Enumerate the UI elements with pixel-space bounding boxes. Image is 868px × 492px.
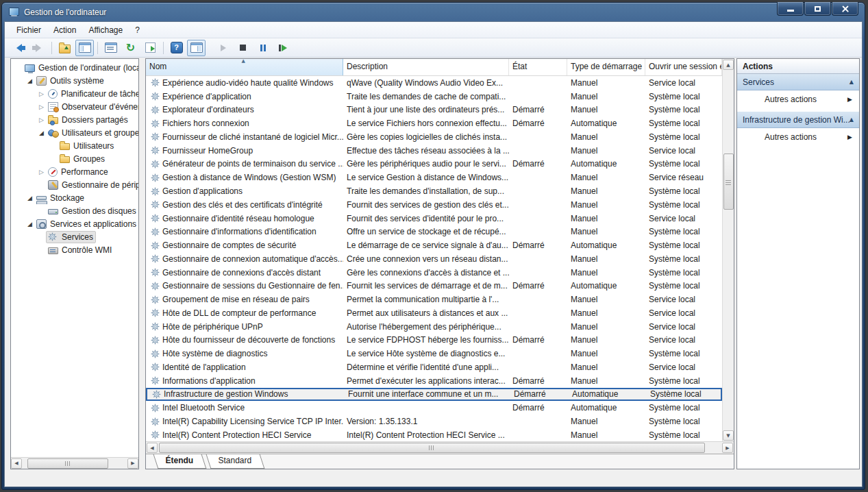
service-row[interactable]: Gestion à distance de Windows (Gestion W… bbox=[146, 171, 722, 184]
service-row[interactable]: Fichiers hors connexionLe service Fichie… bbox=[146, 116, 722, 130]
minimize-button[interactable] bbox=[777, 2, 804, 16]
service-row[interactable]: Groupement de mise en réseau de pairsPer… bbox=[146, 293, 722, 306]
sidebar-item-gestion-des-disques[interactable]: Gestion des disques bbox=[11, 204, 138, 217]
service-row[interactable]: Intel Bluetooth ServiceDémarréAutomatiqu… bbox=[146, 401, 722, 415]
list-horizontal-scrollbar[interactable]: ◀ ▶ bbox=[146, 441, 734, 454]
scroll-right-icon[interactable]: ▶ bbox=[722, 443, 733, 453]
service-description: Tient à jour une liste des ordinateurs p… bbox=[343, 105, 509, 114]
sidebar-item-dossiers-partag-s[interactable]: ▷Dossiers partagés bbox=[11, 113, 138, 126]
sidebar-item-utilisateurs-et-groupes-l[interactable]: ◢Utilisateurs et groupes l bbox=[11, 126, 138, 139]
tree-hscroll-thumb[interactable] bbox=[27, 458, 108, 469]
scroll-up-icon[interactable]: ▲ bbox=[723, 60, 734, 70]
service-row[interactable]: Gestionnaire de sessions du Gestionnaire… bbox=[146, 279, 722, 293]
menu-item-action[interactable]: Action bbox=[47, 23, 82, 37]
sidebar-item-gestionnaire-de-p-riph-[interactable]: Gestionnaire de périphé bbox=[11, 178, 138, 191]
collapse-chevron-icon[interactable]: ▲ bbox=[850, 116, 854, 123]
service-row[interactable]: Intel(R) Capability Licensing Service TC… bbox=[146, 415, 722, 428]
service-row[interactable]: Hôte du fournisseur de découverte de fon… bbox=[146, 334, 722, 347]
tree-expander-icon[interactable]: ▷ bbox=[37, 116, 46, 123]
sidebar-item-planificateur-de-t-ches[interactable]: ▷Planificateur de tâches bbox=[11, 87, 138, 100]
service-row[interactable]: Fournisseur de cliché instantané de logi… bbox=[146, 130, 722, 144]
service-row[interactable]: Fournisseur HomeGroupEffectue des tâches… bbox=[146, 144, 722, 158]
column-header-type[interactable]: Type de démarrage bbox=[567, 59, 645, 75]
service-description: Fournit des services de gestion des clés… bbox=[343, 200, 509, 210]
column-header-logon[interactable]: Ouvrir une session e bbox=[645, 59, 722, 75]
menu-item-fichier[interactable]: Fichier bbox=[10, 23, 47, 37]
service-row[interactable]: Hôte de périphérique UPnPAutorise l'hébe… bbox=[146, 320, 722, 334]
sidebar-item-stockage[interactable]: ◢Stockage bbox=[11, 191, 138, 204]
sidebar-item-outils-syst-me[interactable]: ◢Outils système bbox=[11, 74, 138, 87]
scroll-left-icon[interactable]: ◀ bbox=[147, 443, 158, 453]
refresh-button[interactable]: ↻ bbox=[121, 40, 140, 56]
scroll-right-icon[interactable]: ▶ bbox=[127, 458, 138, 469]
column-header-etat[interactable]: État bbox=[509, 59, 567, 75]
tab-tendu[interactable]: Étendu bbox=[153, 454, 206, 469]
sidebar-item-gestion-de-l-ordinateur-local-[interactable]: Gestion de l'ordinateur (local) bbox=[11, 61, 138, 74]
sidebar-item-groupes[interactable]: Groupes bbox=[11, 152, 138, 165]
properties-button[interactable] bbox=[101, 40, 120, 56]
list-vertical-scrollbar[interactable]: ▲ ▼ bbox=[722, 59, 734, 441]
service-gear-icon bbox=[151, 227, 160, 236]
service-row[interactable]: Gestion d'applicationsTraite les demande… bbox=[146, 184, 722, 198]
menu-item-affichage[interactable]: Affichage bbox=[82, 23, 129, 37]
actions-item-autres-actions[interactable]: Autres actions▶ bbox=[737, 128, 859, 146]
stop-service-button[interactable] bbox=[234, 40, 252, 56]
list-hscroll-thumb[interactable] bbox=[159, 443, 705, 453]
export-list-button[interactable] bbox=[141, 40, 160, 56]
service-row[interactable]: Générateur de points de terminaison du s… bbox=[146, 158, 722, 171]
tree-expander-icon[interactable]: ◢ bbox=[25, 195, 34, 201]
close-button[interactable] bbox=[832, 2, 858, 16]
sidebar-item-utilisateurs[interactable]: Utilisateurs bbox=[11, 139, 138, 152]
service-row[interactable]: Gestionnaire de connexions d'accès dista… bbox=[146, 266, 722, 280]
tree-expander-icon[interactable]: ◢ bbox=[25, 221, 34, 227]
tree-expander-icon[interactable]: ◢ bbox=[37, 130, 46, 136]
service-row[interactable]: Intel(R) Content Protection HECI Service… bbox=[146, 428, 722, 441]
list-vscroll-thumb[interactable] bbox=[723, 153, 734, 210]
service-row[interactable]: Expérience d'applicationTraite les deman… bbox=[146, 90, 722, 103]
service-row[interactable]: Hôte de DLL de compteur de performancePe… bbox=[146, 306, 722, 320]
restart-service-button[interactable] bbox=[273, 40, 292, 56]
service-row[interactable]: Infrastructure de gestion WindowsFournit… bbox=[146, 388, 722, 402]
sidebar-item-services-et-applications[interactable]: ◢Services et applications bbox=[11, 217, 138, 230]
service-row[interactable]: Gestionnaire d'identité réseau homologue… bbox=[146, 212, 722, 225]
actions-section-header-services[interactable]: Services▲ bbox=[737, 74, 859, 90]
pause-service-button[interactable] bbox=[253, 40, 272, 56]
sidebar-item-performance[interactable]: ▷Performance bbox=[11, 165, 138, 178]
service-row[interactable]: Gestionnaire d'informations d'identifica… bbox=[146, 225, 722, 238]
menu-item-?[interactable]: ? bbox=[129, 23, 146, 37]
maximize-button[interactable] bbox=[804, 2, 831, 16]
show-console-tree-button[interactable] bbox=[75, 40, 94, 56]
service-row[interactable]: Hôte système de diagnosticsLe service Hô… bbox=[146, 347, 722, 360]
tree-expander-icon[interactable]: ▷ bbox=[37, 103, 46, 110]
actions-item-autres-actions[interactable]: Autres actions▶ bbox=[737, 90, 859, 108]
back-button[interactable] bbox=[10, 40, 28, 56]
scroll-down-icon[interactable]: ▼ bbox=[723, 430, 734, 441]
scroll-left-icon[interactable]: ◀ bbox=[11, 458, 22, 469]
service-row[interactable]: Expérience audio-vidéo haute qualité Win… bbox=[146, 76, 722, 90]
tree-horizontal-scrollbar[interactable]: ◀ ▶ bbox=[11, 457, 138, 469]
service-row[interactable]: Gestionnaire de comptes de sécuritéLe dé… bbox=[146, 238, 722, 252]
tree-expander-icon[interactable]: ◢ bbox=[25, 77, 34, 84]
service-row[interactable]: Gestion des clés et des certificats d'in… bbox=[146, 198, 722, 212]
tree-item-label: Groupes bbox=[73, 154, 105, 164]
sidebar-item-observateur-d-v-neme[interactable]: ▷Observateur d'événeme bbox=[11, 100, 138, 113]
forward-button[interactable] bbox=[29, 40, 48, 56]
help-button[interactable]: ? bbox=[167, 40, 186, 56]
show-action-pane-button[interactable] bbox=[187, 40, 206, 56]
titlebar[interactable]: Gestion de l'ordinateur bbox=[4, 3, 863, 21]
tree-expander-icon[interactable]: ▷ bbox=[37, 90, 46, 97]
service-row[interactable]: Informations d'applicationPermet d'exécu… bbox=[146, 374, 722, 388]
sidebar-item-contr-le-wmi[interactable]: Contrôle WMI bbox=[11, 243, 138, 256]
tree-expander-icon[interactable]: ▷ bbox=[37, 169, 46, 175]
collapse-chevron-icon[interactable]: ▲ bbox=[850, 79, 854, 85]
start-service-button[interactable] bbox=[214, 40, 232, 56]
actions-section-header-infrastructure[interactable]: Infrastructure de gestion Wi...▲ bbox=[737, 112, 859, 128]
service-row[interactable]: Gestionnaire de connexion automatique d'… bbox=[146, 252, 722, 266]
tab-standard[interactable]: Standard bbox=[206, 454, 264, 469]
service-row[interactable]: Explorateur d'ordinateursTient à jour un… bbox=[146, 103, 722, 117]
service-row[interactable]: Identité de l'applicationDétermine et vé… bbox=[146, 360, 722, 374]
sidebar-item-services[interactable]: Services bbox=[11, 230, 138, 243]
column-header-name[interactable]: ▲Nom bbox=[146, 59, 343, 75]
column-header-desc[interactable]: Description bbox=[343, 59, 509, 75]
up-one-level-button[interactable] bbox=[55, 40, 74, 56]
